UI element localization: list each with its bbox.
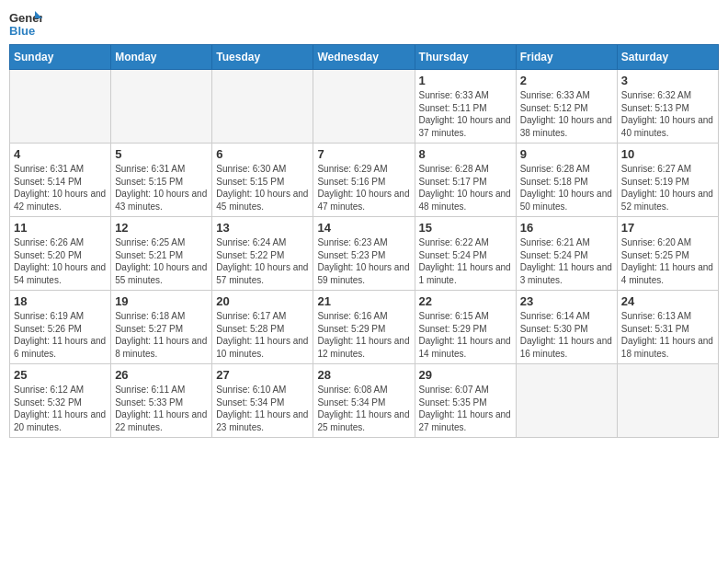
day-info: Sunrise: 6:07 AM Sunset: 5:35 PM Dayligh… — [419, 384, 512, 433]
day-info: Sunrise: 6:21 AM Sunset: 5:24 PM Dayligh… — [520, 236, 613, 286]
day-info: Sunrise: 6:23 AM Sunset: 5:23 PM Dayligh… — [317, 236, 410, 286]
day-number: 12 — [115, 221, 208, 235]
calendar-cell: 6Sunrise: 6:30 AM Sunset: 5:15 PM Daylig… — [212, 144, 313, 217]
calendar-cell: 17Sunrise: 6:20 AM Sunset: 5:25 PM Dayli… — [617, 217, 718, 291]
day-info: Sunrise: 6:18 AM Sunset: 5:27 PM Dayligh… — [115, 310, 208, 360]
calendar-cell — [212, 70, 313, 144]
calendar-cell: 3Sunrise: 6:32 AM Sunset: 5:13 PM Daylig… — [617, 70, 718, 144]
calendar-cell: 1Sunrise: 6:33 AM Sunset: 5:11 PM Daylig… — [415, 70, 516, 144]
calendar-cell: 4Sunrise: 6:31 AM Sunset: 5:14 PM Daylig… — [10, 144, 111, 217]
day-number: 11 — [14, 221, 107, 235]
day-number: 28 — [317, 368, 410, 382]
calendar-week-row: 1Sunrise: 6:33 AM Sunset: 5:11 PM Daylig… — [10, 70, 719, 144]
day-info: Sunrise: 6:22 AM Sunset: 5:24 PM Dayligh… — [419, 236, 512, 286]
day-info: Sunrise: 6:27 AM Sunset: 5:19 PM Dayligh… — [621, 163, 714, 213]
day-number: 2 — [520, 74, 613, 87]
calendar-cell: 8Sunrise: 6:28 AM Sunset: 5:17 PM Daylig… — [415, 144, 516, 217]
day-number: 29 — [419, 368, 512, 382]
day-info: Sunrise: 6:20 AM Sunset: 5:25 PM Dayligh… — [621, 236, 714, 286]
calendar-cell: 28Sunrise: 6:08 AM Sunset: 5:34 PM Dayli… — [313, 364, 415, 438]
day-number: 6 — [216, 147, 309, 161]
day-info: Sunrise: 6:33 AM Sunset: 5:11 PM Dayligh… — [419, 89, 512, 139]
day-info: Sunrise: 6:16 AM Sunset: 5:29 PM Dayligh… — [317, 310, 410, 360]
day-info: Sunrise: 6:33 AM Sunset: 5:12 PM Dayligh… — [520, 89, 613, 139]
calendar-cell: 23Sunrise: 6:14 AM Sunset: 5:30 PM Dayli… — [516, 291, 617, 364]
weekday-header-row: SundayMondayTuesdayWednesdayThursdayFrid… — [10, 45, 719, 70]
day-number: 22 — [419, 294, 512, 308]
day-number: 5 — [115, 147, 208, 161]
calendar-cell: 25Sunrise: 6:12 AM Sunset: 5:32 PM Dayli… — [10, 364, 111, 438]
calendar-cell: 19Sunrise: 6:18 AM Sunset: 5:27 PM Dayli… — [111, 291, 212, 364]
weekday-header-friday: Friday — [516, 45, 617, 70]
day-info: Sunrise: 6:17 AM Sunset: 5:28 PM Dayligh… — [216, 310, 309, 360]
calendar-cell: 12Sunrise: 6:25 AM Sunset: 5:21 PM Dayli… — [111, 217, 212, 291]
day-info: Sunrise: 6:10 AM Sunset: 5:34 PM Dayligh… — [216, 384, 309, 433]
day-number: 10 — [621, 147, 714, 161]
calendar-cell: 5Sunrise: 6:31 AM Sunset: 5:15 PM Daylig… — [111, 144, 212, 217]
calendar-cell: 13Sunrise: 6:24 AM Sunset: 5:22 PM Dayli… — [212, 217, 313, 291]
day-info: Sunrise: 6:29 AM Sunset: 5:16 PM Dayligh… — [317, 163, 410, 213]
calendar-week-row: 18Sunrise: 6:19 AM Sunset: 5:26 PM Dayli… — [10, 291, 719, 364]
day-number: 23 — [520, 294, 613, 308]
day-number: 24 — [621, 294, 714, 308]
day-number: 26 — [115, 368, 208, 382]
day-info: Sunrise: 6:32 AM Sunset: 5:13 PM Dayligh… — [621, 89, 714, 139]
calendar-cell: 18Sunrise: 6:19 AM Sunset: 5:26 PM Dayli… — [10, 291, 111, 364]
day-info: Sunrise: 6:28 AM Sunset: 5:17 PM Dayligh… — [419, 163, 512, 213]
calendar-cell — [516, 364, 617, 438]
day-number: 15 — [419, 221, 512, 235]
calendar-cell: 27Sunrise: 6:10 AM Sunset: 5:34 PM Dayli… — [212, 364, 313, 438]
day-info: Sunrise: 6:31 AM Sunset: 5:15 PM Dayligh… — [115, 163, 208, 213]
day-number: 20 — [216, 294, 309, 308]
day-number: 8 — [419, 147, 512, 161]
day-number: 21 — [317, 294, 410, 308]
svg-text:Blue: Blue — [9, 24, 35, 37]
day-number: 27 — [216, 368, 309, 382]
calendar-cell: 14Sunrise: 6:23 AM Sunset: 5:23 PM Dayli… — [313, 217, 415, 291]
calendar-cell: 11Sunrise: 6:26 AM Sunset: 5:20 PM Dayli… — [10, 217, 111, 291]
day-info: Sunrise: 6:12 AM Sunset: 5:32 PM Dayligh… — [14, 384, 107, 433]
day-number: 14 — [317, 221, 410, 235]
weekday-header-saturday: Saturday — [617, 45, 718, 70]
day-number: 1 — [419, 74, 512, 87]
weekday-header-sunday: Sunday — [10, 45, 111, 70]
weekday-header-tuesday: Tuesday — [212, 45, 313, 70]
calendar-week-row: 25Sunrise: 6:12 AM Sunset: 5:32 PM Dayli… — [10, 364, 719, 438]
day-info: Sunrise: 6:26 AM Sunset: 5:20 PM Dayligh… — [14, 236, 107, 286]
calendar-cell: 26Sunrise: 6:11 AM Sunset: 5:33 PM Dayli… — [111, 364, 212, 438]
day-info: Sunrise: 6:13 AM Sunset: 5:31 PM Dayligh… — [621, 310, 714, 360]
day-info: Sunrise: 6:19 AM Sunset: 5:26 PM Dayligh… — [14, 310, 107, 360]
calendar-week-row: 11Sunrise: 6:26 AM Sunset: 5:20 PM Dayli… — [10, 217, 719, 291]
calendar-table: SundayMondayTuesdayWednesdayThursdayFrid… — [9, 44, 719, 438]
calendar-week-row: 4Sunrise: 6:31 AM Sunset: 5:14 PM Daylig… — [10, 144, 719, 217]
logo: General Blue — [9, 9, 42, 37]
calendar-cell — [313, 70, 415, 144]
weekday-header-monday: Monday — [111, 45, 212, 70]
day-number: 13 — [216, 221, 309, 235]
day-info: Sunrise: 6:31 AM Sunset: 5:14 PM Dayligh… — [14, 163, 107, 213]
day-number: 7 — [317, 147, 410, 161]
day-info: Sunrise: 6:24 AM Sunset: 5:22 PM Dayligh… — [216, 236, 309, 286]
day-number: 3 — [621, 74, 714, 87]
weekday-header-wednesday: Wednesday — [313, 45, 415, 70]
day-number: 17 — [621, 221, 714, 235]
day-number: 25 — [14, 368, 107, 382]
day-info: Sunrise: 6:11 AM Sunset: 5:33 PM Dayligh… — [115, 384, 208, 433]
day-info: Sunrise: 6:15 AM Sunset: 5:29 PM Dayligh… — [419, 310, 512, 360]
day-info: Sunrise: 6:28 AM Sunset: 5:18 PM Dayligh… — [520, 163, 613, 213]
weekday-header-thursday: Thursday — [415, 45, 516, 70]
calendar-cell: 22Sunrise: 6:15 AM Sunset: 5:29 PM Dayli… — [415, 291, 516, 364]
calendar-header: SundayMondayTuesdayWednesdayThursdayFrid… — [10, 45, 719, 70]
calendar-cell: 20Sunrise: 6:17 AM Sunset: 5:28 PM Dayli… — [212, 291, 313, 364]
calendar-cell: 2Sunrise: 6:33 AM Sunset: 5:12 PM Daylig… — [516, 70, 617, 144]
calendar-cell: 29Sunrise: 6:07 AM Sunset: 5:35 PM Dayli… — [415, 364, 516, 438]
calendar-cell: 9Sunrise: 6:28 AM Sunset: 5:18 PM Daylig… — [516, 144, 617, 217]
calendar-cell: 24Sunrise: 6:13 AM Sunset: 5:31 PM Dayli… — [617, 291, 718, 364]
calendar-cell: 16Sunrise: 6:21 AM Sunset: 5:24 PM Dayli… — [516, 217, 617, 291]
calendar-cell: 15Sunrise: 6:22 AM Sunset: 5:24 PM Dayli… — [415, 217, 516, 291]
day-number: 9 — [520, 147, 613, 161]
day-info: Sunrise: 6:14 AM Sunset: 5:30 PM Dayligh… — [520, 310, 613, 360]
page-header: General Blue — [9, 9, 719, 37]
day-info: Sunrise: 6:08 AM Sunset: 5:34 PM Dayligh… — [317, 384, 410, 433]
day-number: 16 — [520, 221, 613, 235]
